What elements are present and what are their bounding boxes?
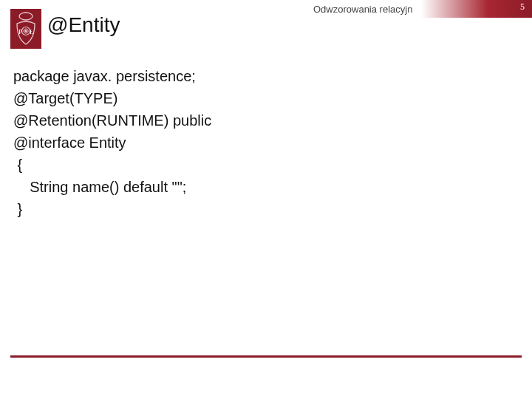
page-number: 5 <box>520 1 525 13</box>
code-line: String name() default ""; <box>13 179 186 195</box>
header-section-label: Odwzorowania relacyjn <box>310 0 421 18</box>
code-line: @interface Entity <box>13 134 126 151</box>
code-line: { <box>13 157 22 173</box>
code-line: } <box>13 201 22 217</box>
code-block: package javax. persistence; @Target(TYPE… <box>13 65 211 220</box>
logo-letter-right: Ł <box>30 28 34 35</box>
university-logo: P Ł <box>10 9 41 49</box>
logo-letter-left: P <box>18 28 22 35</box>
crest-icon: P Ł <box>10 9 41 49</box>
code-line: package javax. persistence; <box>13 68 196 84</box>
header-bar: Odwzorowania relacyjn 5 <box>310 0 532 18</box>
code-line: @Target(TYPE) <box>13 90 117 106</box>
footer-divider <box>10 355 522 358</box>
slide-title: @Entity <box>47 13 120 37</box>
code-line: @Retention(RUNTIME) public <box>13 112 211 129</box>
header-gradient: 5 <box>421 0 532 18</box>
